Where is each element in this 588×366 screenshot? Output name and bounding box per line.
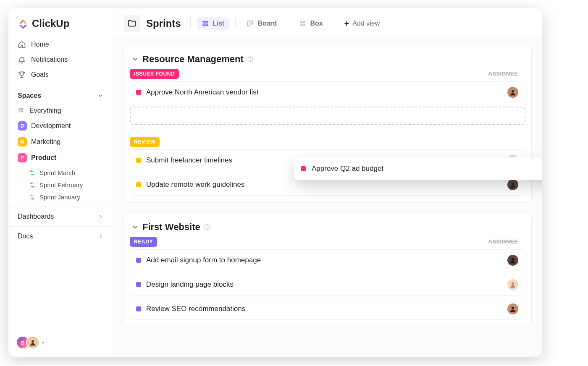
task-title: Update remote work guidelines (146, 180, 244, 189)
divider (288, 18, 288, 29)
space-development[interactable]: D Development (8, 118, 113, 134)
app-window: ClickUp Home Notifications Goals Spaces … (8, 8, 542, 357)
space-badge: M (18, 137, 27, 146)
folder-button[interactable] (123, 15, 140, 32)
status-dot-icon (136, 158, 141, 163)
nav-notifications-label: Notifications (31, 56, 68, 63)
sprint-item[interactable]: Sprint January (19, 191, 113, 203)
sprint-item[interactable]: Sprint February (19, 179, 113, 191)
nav-goals-label: Goals (31, 71, 49, 78)
svg-rect-11 (300, 24, 302, 26)
list-icon (202, 20, 209, 27)
status-dot-icon (136, 282, 141, 287)
task-title: Design landing page blocks (146, 280, 234, 289)
view-tab-list[interactable]: List (197, 17, 229, 30)
view-tab-board[interactable]: Board (242, 17, 282, 30)
info-icon[interactable] (247, 56, 254, 63)
space-marketing[interactable]: M Marketing (8, 134, 113, 150)
space-product[interactable]: P Product (8, 150, 113, 166)
nav-primary: Home Notifications Goals (8, 37, 113, 86)
brand[interactable]: ClickUp (8, 8, 113, 37)
space-everything-label: Everything (29, 107, 61, 115)
task-title: Approve Q2 ad budget (312, 165, 383, 173)
section-docs-label: Docs (18, 233, 33, 240)
task-row[interactable]: Add email signup form to homepage (130, 249, 525, 271)
assignee-header: ASSIGNEE (488, 238, 518, 245)
board-icon (247, 20, 254, 27)
user-avatar (26, 336, 39, 349)
drop-zone[interactable] (130, 107, 525, 125)
group-header[interactable]: First Website (130, 220, 525, 237)
space-badge: P (18, 153, 27, 162)
user-dock[interactable]: S ▾ (16, 336, 44, 349)
info-icon[interactable] (204, 224, 210, 230)
sprint-label: Sprint January (39, 193, 80, 201)
assignee-avatar[interactable] (507, 86, 519, 99)
assignee-avatar[interactable] (507, 303, 519, 315)
task-row[interactable]: Design landing page blocks (130, 274, 525, 295)
svg-point-2 (19, 111, 20, 112)
add-view-button[interactable]: + Add view (340, 17, 384, 30)
assignee-avatar[interactable] (507, 254, 519, 267)
svg-point-15 (250, 58, 250, 58)
divider (190, 18, 191, 29)
assignee-avatar[interactable] (507, 178, 519, 191)
main: Sprints List Board Box + Add view (113, 8, 542, 357)
status-pill[interactable]: REVIEW (130, 137, 160, 147)
assignee-header: ASSIGNEE (488, 71, 518, 77)
nav-home[interactable]: Home (13, 37, 108, 52)
nav-goals[interactable]: Goals (13, 67, 108, 82)
svg-point-18 (512, 183, 514, 185)
sprint-icon (29, 194, 35, 201)
group-header[interactable]: Resource Management (130, 52, 525, 69)
spaces-header[interactable]: Spaces (8, 86, 113, 104)
group-card: First Website ASSIGNEE READY Add email s… (123, 214, 532, 327)
status-pill[interactable]: READY (130, 237, 157, 247)
svg-rect-6 (203, 24, 208, 26)
status-dot-icon (136, 182, 141, 187)
status-dot-icon (136, 90, 141, 95)
section-dashboards[interactable]: Dashboards (8, 207, 113, 226)
plus-icon: + (344, 19, 349, 28)
space-everything[interactable]: Everything (8, 104, 113, 118)
divider (235, 18, 236, 29)
view-tab-box-label: Box (310, 20, 323, 27)
svg-point-3 (21, 111, 23, 112)
nav-notifications[interactable]: Notifications (13, 52, 108, 67)
add-view-label: Add view (352, 20, 380, 27)
svg-rect-12 (303, 24, 305, 26)
section-docs[interactable]: Docs (8, 226, 113, 246)
chevron-down-icon (97, 92, 104, 99)
sprint-item[interactable]: Sprint March (19, 167, 113, 179)
svg-point-23 (512, 282, 514, 285)
status-dot-icon (136, 258, 141, 263)
assignee-avatar[interactable] (507, 278, 519, 291)
status-dot-icon (136, 306, 141, 311)
task-title: Review SEO recommendations (146, 305, 245, 313)
space-label: Marketing (31, 138, 60, 146)
svg-point-21 (207, 226, 207, 226)
view-tab-box[interactable]: Box (294, 17, 328, 30)
home-icon (18, 40, 26, 49)
page-title: Sprints (146, 18, 181, 29)
svg-point-1 (21, 108, 23, 110)
divider (334, 18, 334, 29)
svg-rect-9 (300, 21, 302, 23)
task-row[interactable]: Review SEO recommendations (130, 298, 525, 320)
dragging-task-card[interactable]: Approve Q2 ad budget (294, 157, 542, 180)
task-title: Add email signup form to homepage (146, 256, 261, 264)
task-row[interactable]: Approve North American vendor list (130, 81, 525, 103)
view-tab-board-label: Board (257, 20, 277, 27)
svg-rect-10 (303, 21, 305, 23)
chevron-right-icon (98, 233, 104, 239)
sprint-icon (29, 170, 35, 176)
space-label: Development (31, 122, 71, 130)
sprint-label: Sprint February (39, 181, 83, 188)
brand-name: ClickUp (32, 18, 69, 29)
grid-icon (18, 107, 25, 115)
svg-rect-5 (203, 21, 208, 23)
status-block: ASSIGNEE READY Add email signup form to … (130, 237, 525, 320)
caret-down-icon: ▾ (42, 340, 44, 345)
status-pill[interactable]: ISSUES FOUND (130, 69, 179, 79)
group-title: First Website (142, 222, 200, 233)
